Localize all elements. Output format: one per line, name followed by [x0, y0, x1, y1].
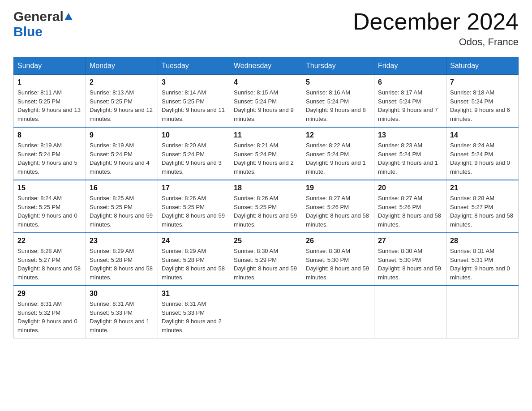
day-info: Sunrise: 8:29 AMSunset: 5:28 PMDaylight:… — [162, 247, 226, 282]
calendar-cell: 15Sunrise: 8:24 AMSunset: 5:25 PMDayligh… — [14, 180, 86, 233]
calendar-cell: 11Sunrise: 8:21 AMSunset: 5:24 PMDayligh… — [230, 127, 302, 180]
day-info: Sunrise: 8:24 AMSunset: 5:24 PMDaylight:… — [450, 141, 515, 176]
day-number: 14 — [450, 131, 515, 139]
day-info: Sunrise: 8:19 AMSunset: 5:24 PMDaylight:… — [17, 141, 82, 176]
day-info: Sunrise: 8:31 AMSunset: 5:32 PMDaylight:… — [17, 300, 82, 334]
logo: General Blue — [13, 9, 73, 39]
day-info: Sunrise: 8:24 AMSunset: 5:25 PMDaylight:… — [17, 194, 82, 229]
day-number: 8 — [17, 131, 82, 139]
calendar-cell: 29Sunrise: 8:31 AMSunset: 5:32 PMDayligh… — [14, 286, 86, 338]
calendar-cell: 30Sunrise: 8:31 AMSunset: 5:33 PMDayligh… — [86, 286, 158, 338]
calendar-cell: 26Sunrise: 8:30 AMSunset: 5:30 PMDayligh… — [302, 233, 374, 286]
calendar-cell: 9Sunrise: 8:19 AMSunset: 5:24 PMDaylight… — [86, 127, 158, 180]
day-number: 28 — [450, 237, 515, 245]
day-info: Sunrise: 8:14 AMSunset: 5:25 PMDaylight:… — [162, 88, 226, 123]
weekday-header-thursday: Thursday — [302, 57, 374, 75]
day-info: Sunrise: 8:31 AMSunset: 5:33 PMDaylight:… — [162, 300, 226, 334]
weekday-header-sunday: Sunday — [14, 57, 86, 75]
day-info: Sunrise: 8:29 AMSunset: 5:28 PMDaylight:… — [90, 247, 154, 282]
day-info: Sunrise: 8:19 AMSunset: 5:24 PMDaylight:… — [90, 141, 154, 176]
calendar-cell: 22Sunrise: 8:28 AMSunset: 5:27 PMDayligh… — [14, 233, 86, 286]
logo-triangle-icon — [64, 12, 73, 21]
logo-blue-text: Blue — [13, 24, 43, 39]
day-number: 29 — [17, 290, 82, 298]
day-info: Sunrise: 8:18 AMSunset: 5:24 PMDaylight:… — [450, 88, 515, 123]
calendar-cell — [446, 286, 519, 338]
weekday-header-monday: Monday — [86, 57, 158, 75]
day-number: 12 — [306, 131, 370, 139]
calendar-cell: 7Sunrise: 8:18 AMSunset: 5:24 PMDaylight… — [446, 75, 519, 128]
calendar-cell — [230, 286, 302, 338]
day-info: Sunrise: 8:17 AMSunset: 5:24 PMDaylight:… — [378, 88, 442, 123]
weekday-header-row: SundayMondayTuesdayWednesdayThursdayFrid… — [14, 57, 519, 75]
day-info: Sunrise: 8:20 AMSunset: 5:24 PMDaylight:… — [162, 141, 226, 176]
calendar-cell: 19Sunrise: 8:27 AMSunset: 5:26 PMDayligh… — [302, 180, 374, 233]
day-info: Sunrise: 8:22 AMSunset: 5:24 PMDaylight:… — [306, 141, 370, 176]
day-number: 1 — [17, 78, 82, 86]
day-number: 7 — [450, 78, 515, 86]
day-number: 10 — [162, 131, 226, 139]
day-info: Sunrise: 8:31 AMSunset: 5:31 PMDaylight:… — [450, 247, 515, 282]
day-info: Sunrise: 8:25 AMSunset: 5:25 PMDaylight:… — [90, 194, 154, 229]
weekday-header-tuesday: Tuesday — [158, 57, 230, 75]
day-info: Sunrise: 8:13 AMSunset: 5:25 PMDaylight:… — [90, 88, 154, 123]
title-area: December 2024 Odos, France — [353, 9, 519, 48]
calendar-cell: 3Sunrise: 8:14 AMSunset: 5:25 PMDaylight… — [158, 75, 230, 128]
day-info: Sunrise: 8:27 AMSunset: 5:26 PMDaylight:… — [306, 194, 370, 229]
day-number: 15 — [17, 184, 82, 192]
calendar-cell: 23Sunrise: 8:29 AMSunset: 5:28 PMDayligh… — [86, 233, 158, 286]
week-row-1: 1Sunrise: 8:11 AMSunset: 5:25 PMDaylight… — [14, 75, 519, 128]
day-info: Sunrise: 8:28 AMSunset: 5:27 PMDaylight:… — [17, 247, 82, 282]
calendar-cell: 13Sunrise: 8:23 AMSunset: 5:24 PMDayligh… — [374, 127, 446, 180]
day-number: 2 — [90, 78, 154, 86]
weekday-header-friday: Friday — [374, 57, 446, 75]
calendar-cell: 18Sunrise: 8:26 AMSunset: 5:25 PMDayligh… — [230, 180, 302, 233]
logo-general-text: General — [13, 9, 64, 24]
day-number: 3 — [162, 78, 226, 86]
calendar-cell: 5Sunrise: 8:16 AMSunset: 5:24 PMDaylight… — [302, 75, 374, 128]
calendar-cell: 28Sunrise: 8:31 AMSunset: 5:31 PMDayligh… — [446, 233, 519, 286]
day-number: 22 — [17, 237, 82, 245]
calendar-cell: 8Sunrise: 8:19 AMSunset: 5:24 PMDaylight… — [14, 127, 86, 180]
day-number: 13 — [378, 131, 442, 139]
day-info: Sunrise: 8:11 AMSunset: 5:25 PMDaylight:… — [17, 88, 82, 123]
day-number: 24 — [162, 237, 226, 245]
week-row-5: 29Sunrise: 8:31 AMSunset: 5:32 PMDayligh… — [14, 286, 519, 338]
calendar-cell — [374, 286, 446, 338]
day-info: Sunrise: 8:28 AMSunset: 5:27 PMDaylight:… — [450, 194, 515, 229]
calendar-cell: 17Sunrise: 8:26 AMSunset: 5:25 PMDayligh… — [158, 180, 230, 233]
day-info: Sunrise: 8:16 AMSunset: 5:24 PMDaylight:… — [306, 88, 370, 123]
day-number: 9 — [90, 131, 154, 139]
day-info: Sunrise: 8:26 AMSunset: 5:25 PMDaylight:… — [162, 194, 226, 229]
day-number: 17 — [162, 184, 226, 192]
calendar-cell: 20Sunrise: 8:27 AMSunset: 5:26 PMDayligh… — [374, 180, 446, 233]
day-number: 21 — [450, 184, 515, 192]
calendar-table: SundayMondayTuesdayWednesdayThursdayFrid… — [13, 57, 519, 338]
svg-marker-0 — [64, 13, 73, 20]
weekday-header-saturday: Saturday — [446, 57, 519, 75]
day-number: 31 — [162, 290, 226, 298]
location: Odos, France — [353, 36, 519, 48]
day-info: Sunrise: 8:26 AMSunset: 5:25 PMDaylight:… — [234, 194, 298, 229]
weekday-header-wednesday: Wednesday — [230, 57, 302, 75]
day-info: Sunrise: 8:30 AMSunset: 5:30 PMDaylight:… — [378, 247, 442, 282]
day-info: Sunrise: 8:30 AMSunset: 5:29 PMDaylight:… — [234, 247, 298, 282]
day-number: 25 — [234, 237, 298, 245]
day-info: Sunrise: 8:23 AMSunset: 5:24 PMDaylight:… — [378, 141, 442, 176]
logo-line-1: General — [13, 9, 73, 24]
day-info: Sunrise: 8:21 AMSunset: 5:24 PMDaylight:… — [234, 141, 298, 176]
day-number: 16 — [90, 184, 154, 192]
day-number: 26 — [306, 237, 370, 245]
day-number: 6 — [378, 78, 442, 86]
day-number: 4 — [234, 78, 298, 86]
calendar-cell: 4Sunrise: 8:15 AMSunset: 5:24 PMDaylight… — [230, 75, 302, 128]
calendar-cell: 12Sunrise: 8:22 AMSunset: 5:24 PMDayligh… — [302, 127, 374, 180]
day-number: 5 — [306, 78, 370, 86]
calendar-cell: 1Sunrise: 8:11 AMSunset: 5:25 PMDaylight… — [14, 75, 86, 128]
day-number: 20 — [378, 184, 442, 192]
day-info: Sunrise: 8:30 AMSunset: 5:30 PMDaylight:… — [306, 247, 370, 282]
day-number: 30 — [90, 290, 154, 298]
page-header: General Blue December 2024 Odos, France — [13, 9, 519, 48]
calendar-cell: 16Sunrise: 8:25 AMSunset: 5:25 PMDayligh… — [86, 180, 158, 233]
day-info: Sunrise: 8:31 AMSunset: 5:33 PMDaylight:… — [90, 300, 154, 334]
